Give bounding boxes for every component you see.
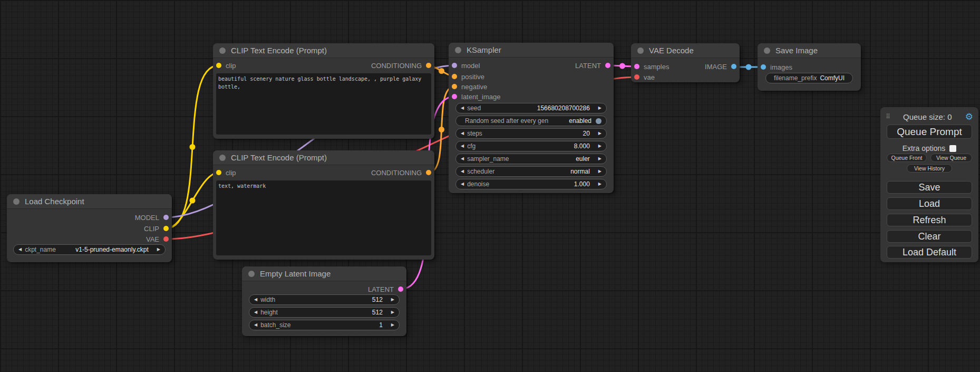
scheduler-widget[interactable]: ◀ scheduler normal ▶: [455, 166, 607, 177]
cfg-widget[interactable]: ◀ cfg 8.000 ▶: [455, 141, 607, 151]
clip-input-dot-icon[interactable]: [216, 170, 221, 175]
input-slot-samples[interactable]: samples: [634, 62, 669, 71]
filename-prefix-widget[interactable]: filename_prefix ComfyUI: [765, 73, 853, 83]
node-title-bar[interactable]: CLIP Text Encode (Prompt): [213, 43, 434, 58]
toggle-indicator-icon[interactable]: [596, 118, 601, 124]
output-slot-latent[interactable]: LATENT: [368, 285, 403, 293]
node-title-bar[interactable]: Save Image: [758, 43, 861, 58]
decrement-arrow-icon[interactable]: ◀: [254, 310, 257, 314]
node-ksampler[interactable]: KSampler model positive negative latent_…: [449, 43, 614, 193]
input-slot-vae[interactable]: vae: [634, 73, 655, 81]
link-midpoint-dot[interactable]: [439, 127, 444, 132]
decrement-arrow-icon[interactable]: ◀: [254, 323, 257, 327]
conditioning-output-dot-icon[interactable]: [426, 63, 431, 68]
random-seed-toggle-widget[interactable]: Random seed after every gen enabled: [455, 116, 607, 126]
collapse-dot-icon[interactable]: [637, 47, 644, 54]
vae-output-dot-icon[interactable]: [163, 236, 169, 242]
decrement-arrow-icon[interactable]: ◀: [461, 106, 464, 110]
latent-output-dot-icon[interactable]: [605, 63, 610, 68]
node-title-bar[interactable]: Load Checkpoint: [7, 194, 172, 209]
link-midpoint-dot[interactable]: [439, 68, 444, 74]
queue-prompt-button[interactable]: Queue Prompt: [887, 125, 972, 139]
output-slot-image[interactable]: IMAGE: [705, 62, 736, 71]
clip-output-dot-icon[interactable]: [163, 226, 169, 231]
decrement-arrow-icon[interactable]: ◀: [254, 298, 257, 302]
decrement-arrow-icon[interactable]: ◀: [18, 247, 22, 252]
vae-input-dot-icon[interactable]: [634, 74, 639, 80]
increment-arrow-icon[interactable]: ▶: [598, 169, 601, 174]
collapse-dot-icon[interactable]: [248, 271, 255, 277]
conditioning-input-dot-icon[interactable]: [452, 74, 457, 79]
load-default-button[interactable]: Load Default: [887, 246, 972, 259]
node-clip-text-encode-negative[interactable]: CLIP Text Encode (Prompt) clip CONDITION…: [213, 150, 434, 260]
decrement-arrow-icon[interactable]: ◀: [461, 157, 464, 161]
view-queue-button[interactable]: View Queue: [930, 154, 972, 162]
collapse-dot-icon[interactable]: [219, 47, 226, 54]
node-load-checkpoint[interactable]: Load Checkpoint MODEL CLIP VAE ◀ ckpt_na…: [7, 194, 172, 262]
sampler-name-widget[interactable]: ◀ sampler_name euler ▶: [455, 154, 607, 164]
negative-prompt-textarea[interactable]: text, watermark: [216, 180, 431, 255]
increment-arrow-icon[interactable]: ▶: [598, 106, 601, 110]
output-slot-conditioning[interactable]: CONDITIONING: [371, 168, 431, 177]
output-slot-latent[interactable]: LATENT: [575, 61, 610, 70]
increment-arrow-icon[interactable]: ▶: [391, 298, 394, 302]
node-save-image[interactable]: Save Image images filename_prefix ComfyU…: [758, 43, 861, 91]
input-slot-latent-image[interactable]: latent_image: [452, 92, 500, 101]
latent-output-dot-icon[interactable]: [398, 287, 403, 292]
denoise-widget[interactable]: ◀ denoise 1.000 ▶: [455, 179, 607, 189]
node-title-bar[interactable]: VAE Decode: [631, 43, 740, 58]
input-slot-clip[interactable]: clip: [216, 168, 236, 177]
increment-arrow-icon[interactable]: ▶: [598, 144, 601, 148]
output-slot-conditioning[interactable]: CONDITIONING: [371, 61, 431, 70]
drag-handle-icon[interactable]: ⠿: [886, 113, 890, 120]
steps-widget[interactable]: ◀ steps 20 ▶: [455, 128, 607, 139]
collapse-dot-icon[interactable]: [219, 155, 226, 161]
latent-input-dot-icon[interactable]: [634, 64, 639, 69]
refresh-button[interactable]: Refresh: [887, 214, 972, 226]
input-slot-positive[interactable]: positive: [452, 72, 484, 81]
decrement-arrow-icon[interactable]: ◀: [461, 182, 464, 186]
node-clip-text-encode-positive[interactable]: CLIP Text Encode (Prompt) clip CONDITION…: [213, 43, 434, 139]
save-button[interactable]: Save: [887, 181, 972, 194]
conditioning-input-dot-icon[interactable]: [452, 84, 457, 89]
input-slot-images[interactable]: images: [761, 63, 792, 71]
node-title-bar[interactable]: CLIP Text Encode (Prompt): [213, 150, 434, 165]
input-slot-negative[interactable]: negative: [452, 82, 487, 91]
link-midpoint-dot[interactable]: [190, 198, 196, 204]
positive-prompt-textarea[interactable]: beautiful scenery nature glass bottle la…: [216, 73, 431, 135]
increment-arrow-icon[interactable]: ▶: [598, 131, 601, 136]
increment-arrow-icon[interactable]: ▶: [391, 310, 394, 314]
clear-button[interactable]: Clear: [887, 230, 972, 243]
decrement-arrow-icon[interactable]: ◀: [461, 144, 464, 148]
node-title-bar[interactable]: KSampler: [449, 43, 614, 58]
increment-arrow-icon[interactable]: ▶: [598, 157, 601, 161]
height-widget[interactable]: ◀ height 512 ▶: [249, 307, 400, 318]
collapse-dot-icon[interactable]: [13, 198, 20, 205]
image-output-dot-icon[interactable]: [731, 64, 736, 69]
conditioning-output-dot-icon[interactable]: [426, 170, 431, 175]
clip-input-dot-icon[interactable]: [216, 63, 221, 68]
input-slot-clip[interactable]: clip: [216, 61, 236, 70]
view-history-button[interactable]: View History: [907, 164, 952, 173]
collapse-dot-icon[interactable]: [764, 47, 770, 54]
model-input-dot-icon[interactable]: [452, 63, 457, 68]
increment-arrow-icon[interactable]: ▶: [157, 247, 160, 252]
latent-input-dot-icon[interactable]: [452, 94, 457, 99]
batch-size-widget[interactable]: ◀ batch_size 1 ▶: [249, 320, 400, 330]
decrement-arrow-icon[interactable]: ◀: [461, 131, 464, 136]
queue-front-button[interactable]: Queue Front: [887, 154, 927, 162]
node-vae-decode[interactable]: VAE Decode samples vae IMAGE: [631, 43, 740, 82]
node-empty-latent-image[interactable]: Empty Latent Image LATENT ◀ width 512 ▶ …: [242, 266, 406, 336]
image-input-dot-icon[interactable]: [761, 64, 766, 70]
input-slot-model[interactable]: model: [452, 61, 480, 70]
decrement-arrow-icon[interactable]: ◀: [461, 169, 464, 174]
output-slot-vae[interactable]: VAE: [146, 235, 169, 243]
gear-icon[interactable]: ⚙: [965, 112, 973, 121]
width-widget[interactable]: ◀ width 512 ▶: [249, 294, 400, 305]
model-output-dot-icon[interactable]: [163, 215, 169, 220]
extra-options-checkbox[interactable]: [949, 145, 956, 152]
load-button[interactable]: Load: [887, 197, 972, 210]
node-title-bar[interactable]: Empty Latent Image: [242, 266, 406, 281]
output-slot-clip[interactable]: CLIP: [144, 224, 169, 233]
collapse-dot-icon[interactable]: [455, 47, 461, 53]
